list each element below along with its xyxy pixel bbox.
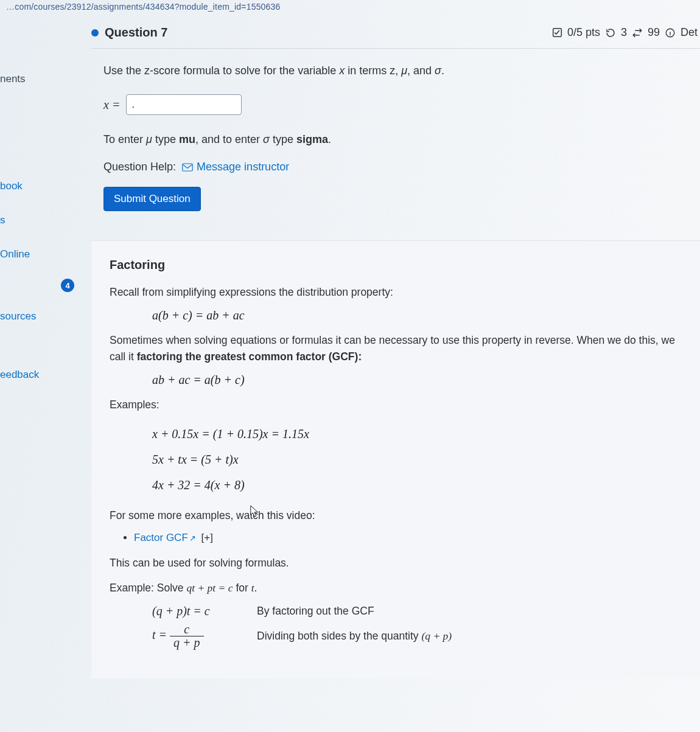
time-text: 99: [648, 26, 660, 39]
step1-reason: By factoring out the GCF: [257, 605, 374, 618]
sidebar-item-online[interactable]: Online: [0, 237, 79, 271]
question-prompt: Use the z-score formula to solve for the…: [103, 64, 700, 77]
mail-icon: [182, 163, 193, 172]
help-label: Question Help:: [103, 161, 176, 173]
section-p3: For some more examples, watch this video…: [110, 507, 682, 523]
checkbox-icon: [552, 27, 562, 38]
factoring-section: Factoring Recall from simplifying expres…: [91, 240, 700, 678]
example-2: 5x + tx = (5 + t)x: [152, 447, 682, 472]
question-label: Question 7: [105, 26, 167, 40]
sidebar-item-nents[interactable]: nents: [0, 62, 79, 96]
details-link[interactable]: Det: [681, 26, 698, 39]
x-equals-label: x =: [103, 98, 120, 112]
page-layout: nents book s Online 4 sources eedback Qu…: [0, 13, 700, 732]
swap-icon: [632, 27, 643, 38]
sidebar-item-s[interactable]: s: [0, 203, 79, 237]
step2-reason: Dividing both sides by the quantity (q +…: [257, 630, 452, 643]
retry-icon: [605, 27, 616, 38]
input-hint: To enter μ type mu, and to enter σ type …: [103, 133, 700, 146]
section-title: Factoring: [110, 258, 682, 272]
equation-factoring: ab + ac = a(b + c): [152, 373, 682, 387]
message-instructor-link[interactable]: Message instructor: [182, 161, 289, 173]
examples-block: x + 0.15x = (1 + 0.15)x = 1.15x 5x + tx …: [152, 421, 682, 498]
video-list: Factor GCF↗ [+]: [134, 532, 682, 544]
section-p1: Recall from simplifying expressions the …: [110, 284, 682, 300]
question-status: 0/5 pts 3 99 Det: [552, 26, 698, 39]
submit-button[interactable]: Submit Question: [103, 187, 201, 211]
status-dot-icon: [91, 29, 99, 37]
svg-rect-2: [183, 164, 193, 171]
section-p5: Example: Solve qt + pt = c for t.: [110, 580, 682, 596]
section-p4: This can be used for solving formulas.: [110, 555, 682, 571]
question-header: Question 7 0/5 pts 3 99 Det: [91, 19, 700, 49]
step1-equation: (q + p)t = c: [152, 604, 237, 618]
sidebar-item-feedback[interactable]: eedback: [0, 358, 79, 392]
expand-toggle[interactable]: [+]: [201, 532, 213, 543]
attempts-text: 3: [621, 26, 627, 39]
points-text: 0/5 pts: [567, 26, 600, 39]
url-fragment: …com/courses/23912/assignments/434634?mo…: [0, 0, 700, 13]
external-link-icon: ↗: [189, 534, 196, 543]
sidebar-item-sources[interactable]: sources: [0, 299, 79, 333]
section-p2: Sometimes when solving equations or form…: [110, 332, 682, 364]
example-3: 4x + 32 = 4(x + 8): [152, 472, 682, 498]
factor-gcf-link[interactable]: Factor GCF↗: [134, 532, 199, 543]
video-item: Factor GCF↗ [+]: [134, 532, 682, 544]
info-icon: [665, 27, 676, 38]
sidebar: nents book s Online 4 sources eedback: [0, 13, 79, 732]
examples-label: Examples:: [110, 397, 682, 413]
sidebar-item-book[interactable]: book: [0, 169, 79, 203]
sidebar-badge: 4: [61, 279, 74, 292]
question-help: Question Help: Message instructor: [103, 161, 700, 173]
equation-distribution: a(b + c) = ab + ac: [152, 308, 682, 322]
example-1: x + 0.15x = (1 + 0.15)x = 1.15x: [152, 421, 682, 447]
answer-input[interactable]: [126, 94, 242, 115]
solve-steps: (q + p)t = c By factoring out the GCF t …: [152, 604, 682, 649]
main-content: Question 7 0/5 pts 3 99 Det Use the z-sc…: [79, 13, 700, 732]
step2-equation: t = c q + p: [152, 623, 237, 649]
answer-row: x =: [103, 94, 700, 115]
